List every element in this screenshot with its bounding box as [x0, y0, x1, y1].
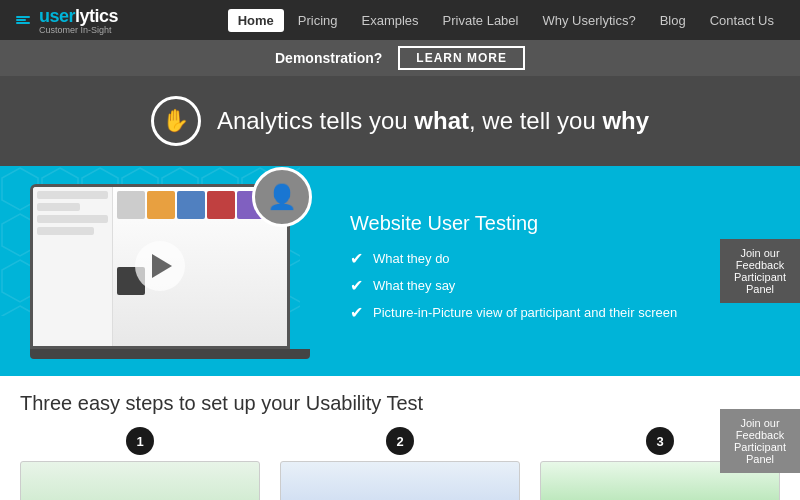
nav-links: Home Pricing Examples Private Label Why … — [228, 9, 784, 32]
hero-text-why: why — [602, 107, 649, 134]
nav-contact[interactable]: Contact Us — [700, 9, 784, 32]
nav-private-label[interactable]: Private Label — [433, 9, 529, 32]
logo: userlytics Customer In-Sight — [16, 6, 118, 35]
hero-content: ✋ Analytics tells you what, we tell you … — [151, 96, 649, 146]
blue-section: 👤 Website User Testing ✔ What they do ✔ … — [0, 166, 800, 376]
demo-text: Demonstration? — [275, 50, 382, 66]
feature-text-3: Picture-in-Picture view of participant a… — [373, 305, 677, 320]
screen-item — [177, 191, 205, 219]
step-image-1 — [20, 461, 260, 500]
feature-text-1: What they do — [373, 251, 450, 266]
feature-item-1: ✔ What they do — [350, 249, 770, 268]
laptop-area: 👤 — [0, 166, 320, 376]
hero-tagline: Analytics tells you what, we tell you wh… — [217, 107, 649, 135]
logo-text: userlytics — [39, 6, 118, 27]
nav-pricing[interactable]: Pricing — [288, 9, 348, 32]
steps-section: Three easy steps to set up your Usabilit… — [0, 376, 800, 500]
logo-subtitle: Customer In-Sight — [39, 25, 118, 35]
step-2: 2 — [280, 427, 520, 500]
hero-section: ✋ Analytics tells you what, we tell you … — [0, 76, 800, 166]
laptop-screen — [33, 187, 287, 346]
check-icon-1: ✔ — [350, 249, 363, 268]
features-title: Website User Testing — [350, 212, 770, 235]
steps-title: Three easy steps to set up your Usabilit… — [20, 392, 780, 415]
logo-user-part: user — [39, 6, 75, 26]
navbar: userlytics Customer In-Sight Home Pricin… — [0, 0, 800, 40]
step-number-2: 2 — [386, 427, 414, 455]
step-image-2 — [280, 461, 520, 500]
nav-why[interactable]: Why Userlytics? — [532, 9, 645, 32]
step-1: 1 — [20, 427, 260, 500]
screen-item — [117, 191, 145, 219]
steps-row: 1 2 3 — [20, 427, 780, 500]
learn-more-button[interactable]: LEARN MORE — [398, 46, 525, 70]
screen-item — [207, 191, 235, 219]
avatar: 👤 — [252, 167, 312, 227]
nav-blog[interactable]: Blog — [650, 9, 696, 32]
laptop: 👤 — [30, 184, 290, 349]
step-number-1: 1 — [126, 427, 154, 455]
feedback-panel[interactable]: Join our Feedback Participant Panel — [720, 239, 800, 303]
check-icon-3: ✔ — [350, 303, 363, 322]
hero-text-what: what — [414, 107, 469, 134]
play-triangle-icon — [152, 254, 172, 278]
nav-examples[interactable]: Examples — [352, 9, 429, 32]
feature-item-2: ✔ What they say — [350, 276, 770, 295]
nav-home[interactable]: Home — [228, 9, 284, 32]
demo-banner: Demonstration? LEARN MORE — [0, 40, 800, 76]
hero-text-mid: , we tell you — [469, 107, 602, 134]
hero-text-pre: Analytics tells you — [217, 107, 414, 134]
check-icon-2: ✔ — [350, 276, 363, 295]
screen-sidebar — [33, 187, 113, 346]
hero-hand-icon: ✋ — [151, 96, 201, 146]
feature-text-2: What they say — [373, 278, 455, 293]
feature-item-3: ✔ Picture-in-Picture view of participant… — [350, 303, 770, 322]
logo-lytics-part: lytics — [75, 6, 118, 26]
screen-item — [147, 191, 175, 219]
play-button[interactable] — [135, 241, 185, 291]
laptop-base — [30, 349, 310, 359]
steps-feedback-panel[interactable]: Join our Feedback Participant Panel — [720, 409, 800, 473]
step-number-3: 3 — [646, 427, 674, 455]
